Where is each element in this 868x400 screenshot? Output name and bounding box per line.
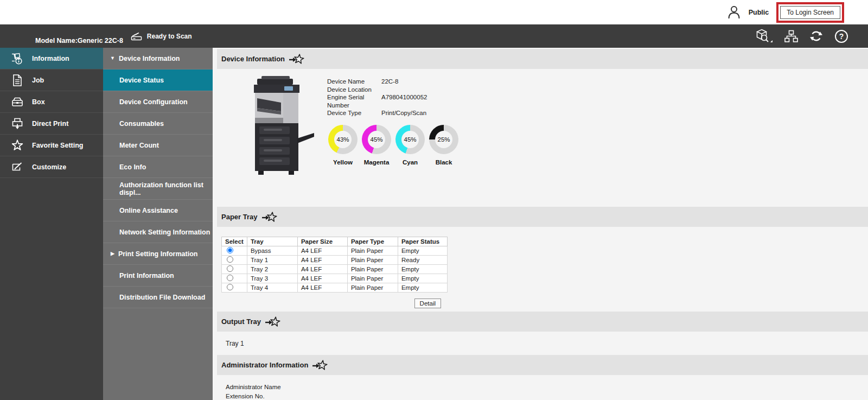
device-detail-row: Device TypePrint/Copy/Scan xyxy=(327,109,459,117)
submenu-item-device-status[interactable]: Device Status xyxy=(103,69,213,91)
toner-gauge-cyan: 45% Cyan xyxy=(394,125,426,166)
tray-radio-tray3[interactable] xyxy=(227,275,233,281)
tray-radio-tray2[interactable] xyxy=(227,265,233,272)
sidebar-item-information[interactable]: Information xyxy=(0,48,103,69)
device-detail-row: Engine Serial NumberA798041000052 xyxy=(327,93,459,109)
add-favorite-star-icon[interactable] xyxy=(312,359,328,371)
collapsed-arrow-icon: ▶ xyxy=(111,251,114,256)
add-favorite-star-icon[interactable] xyxy=(289,53,305,65)
submenu-item-print-information[interactable]: Print Information xyxy=(103,265,213,287)
toner-gauges: 43% Yellow 45% Magenta 45% Cyan 25% Blac… xyxy=(327,125,459,166)
submenu-panel: ▼ Device Information Device Status Devic… xyxy=(103,48,213,400)
user-label: Public xyxy=(749,9,769,16)
extension-no-label: Extension No. xyxy=(226,392,868,400)
status-text: Ready to Scan xyxy=(147,33,192,40)
table-row-tray4: Tray 4A4 LEF Plain PaperEmpty xyxy=(222,283,448,293)
customize-pencil-icon xyxy=(11,161,24,174)
device-detail-row: Device Location xyxy=(327,86,459,94)
sidebar-item-label: Customize xyxy=(32,163,66,171)
sidebar-item-customize[interactable]: Customize xyxy=(0,156,103,178)
section-header-administrator-information: Administrator Information xyxy=(217,355,868,375)
section-title: Paper Tray xyxy=(221,213,258,221)
top-bar: Public To Login Screen xyxy=(0,0,868,24)
add-favorite-star-icon[interactable] xyxy=(261,211,278,223)
information-cart-icon xyxy=(11,52,24,65)
submenu-item-distribution-file-download[interactable]: Distribution File Download xyxy=(103,287,213,308)
sidebar-item-label: Box xyxy=(32,98,45,106)
submenu-header-device-information[interactable]: ▼ Device Information xyxy=(103,48,213,69)
section-header-device-information: Device Information xyxy=(217,49,868,69)
add-favorite-star-icon[interactable] xyxy=(265,316,281,328)
paper-tray-table: Select Tray Paper Size Paper Type Paper … xyxy=(221,237,448,293)
sidebar-item-box[interactable]: Box xyxy=(0,91,103,113)
toner-gauge-yellow: 43% Yellow xyxy=(327,125,359,166)
table-row-tray1: Tray 1A4 LEF Plain PaperReady xyxy=(222,256,448,265)
star-icon xyxy=(11,139,24,152)
device-status: Ready to Scan xyxy=(131,31,192,41)
sidebar-item-direct-print[interactable]: Direct Print xyxy=(0,113,103,135)
tray-radio-bypass[interactable] xyxy=(227,247,233,253)
annotation-highlight: To Login Screen xyxy=(776,2,844,23)
sidebar-item-label: Information xyxy=(32,55,69,62)
table-header-row: Select Tray Paper Size Paper Type Paper … xyxy=(222,237,448,246)
refresh-icon[interactable] xyxy=(809,29,823,43)
output-tray-value: Tray 1 xyxy=(217,332,868,354)
user-icon xyxy=(727,5,741,20)
svg-text:?: ? xyxy=(839,32,844,41)
sidebar-item-label: Job xyxy=(32,77,44,84)
tray-radio-tray1[interactable] xyxy=(227,256,233,263)
tray-radio-tray4[interactable] xyxy=(227,284,233,290)
submenu-item-eco-info[interactable]: Eco Info xyxy=(103,156,213,178)
document-icon xyxy=(11,74,24,87)
submenu-item-print-setting-information[interactable]: ▶ Print Setting Information xyxy=(103,243,213,265)
sidebar-item-label: Favorite Setting xyxy=(32,142,83,149)
device-search-icon[interactable] xyxy=(755,29,773,43)
section-title: Output Tray xyxy=(221,318,261,326)
printer-image xyxy=(242,74,315,180)
network-map-icon[interactable] xyxy=(784,30,798,43)
to-login-screen-button[interactable]: To Login Screen xyxy=(780,6,840,19)
submenu-item-network-setting-information[interactable]: Network Setting Information xyxy=(103,221,213,243)
section-title: Device Information xyxy=(221,55,285,63)
section-header-paper-tray: Paper Tray xyxy=(217,207,868,227)
main-sidebar: Information Job xyxy=(0,48,103,400)
detail-button[interactable]: Detail xyxy=(414,299,441,308)
table-row-tray3: Tray 3A4 LEF Plain PaperEmpty xyxy=(222,274,448,283)
device-info-block: Device Name22C-8 Device Location Engine … xyxy=(217,69,868,180)
device-detail-row: Device Name22C-8 xyxy=(327,78,459,86)
scanner-icon xyxy=(131,31,143,41)
box-icon xyxy=(11,96,24,109)
toner-gauge-black: 25% Black xyxy=(428,125,459,166)
sidebar-item-favorite-setting[interactable]: Favorite Setting xyxy=(0,135,103,156)
sidebar-item-job[interactable]: Job xyxy=(0,69,103,91)
app-bar: Model Name:Generic 22C-8 Ready to Scan xyxy=(0,24,868,48)
submenu-item-consumables[interactable]: Consumables xyxy=(103,113,213,135)
sidebar-item-label: Direct Print xyxy=(32,120,68,128)
submenu-item-authorization-function-list[interactable]: Authorization function list displ... xyxy=(103,178,213,200)
administrator-details: Administrator Name Extension No. Admin. … xyxy=(217,375,868,400)
main-content: Device Information xyxy=(213,48,868,400)
help-icon[interactable]: ? xyxy=(834,29,848,43)
submenu-item-meter-count[interactable]: Meter Count xyxy=(103,135,213,156)
toner-gauge-magenta: 45% Magenta xyxy=(361,125,392,166)
section-title: Administrator Information xyxy=(221,361,308,369)
table-row-bypass: BypassA4 LEF Plain PaperEmpty xyxy=(222,246,448,256)
admin-name-label: Administrator Name xyxy=(226,383,868,392)
submenu-item-online-assistance[interactable]: Online Assistance xyxy=(103,200,213,221)
model-name: Model Name:Generic 22C-8 xyxy=(35,37,123,48)
section-header-output-tray: Output Tray xyxy=(217,312,868,332)
direct-print-icon xyxy=(11,117,24,130)
table-row-tray2: Tray 2A4 LEF Plain PaperEmpty xyxy=(222,265,448,274)
submenu-item-device-configuration[interactable]: Device Configuration xyxy=(103,91,213,113)
expanded-arrow-icon: ▼ xyxy=(110,56,115,61)
